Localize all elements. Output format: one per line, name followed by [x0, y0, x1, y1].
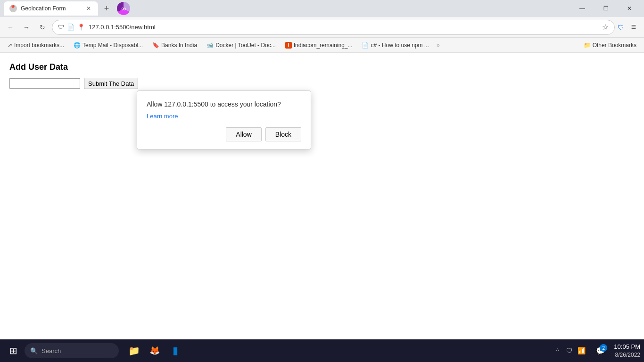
notification-badge: 2: [600, 344, 607, 352]
network-tray-icon[interactable]: 📶: [576, 345, 587, 356]
tray-expand-icon[interactable]: ^: [554, 346, 561, 356]
bookmark-star-icon[interactable]: ☆: [602, 23, 609, 32]
bookmark-indiacom-label: Indiacom_remaining_...: [294, 42, 353, 49]
shield-button[interactable]: 🛡: [618, 24, 624, 31]
bookmark-indiacom-icon: I: [285, 42, 292, 49]
address-bar-icons: 🛡 📄 📍: [58, 24, 85, 31]
bookmarks-overflow-icon[interactable]: »: [435, 42, 442, 49]
taskbar: ⊞ 🔍 Search 📁 🦊 ▮ ^ 🛡 📶 💬 2 10:05 PM 8/26…: [0, 339, 644, 362]
bookmark-banks[interactable]: 🔖 Banks In India: [149, 41, 201, 49]
bookmark-banks-label: Banks In India: [161, 42, 197, 49]
navigation-bar: ← → ↻ 🛡 📄 📍 127.0.0.1:5500/new.html ☆ 🛡 …: [0, 17, 644, 38]
menu-button[interactable]: ≡: [627, 21, 640, 34]
clock-date: 8/26/2022: [614, 351, 640, 359]
geo-popup-title: Allow 127.0.0.1:5500 to access your loca…: [147, 100, 301, 108]
bookmark-csharp-label: c# - How to use npm ...: [371, 42, 429, 49]
back-button[interactable]: ←: [4, 21, 17, 34]
geolocation-popup: Allow 127.0.0.1:5500 to access your loca…: [137, 90, 311, 149]
title-bar: 📍 Geolocation Form ✕ + — ❐ ✕: [0, 0, 644, 17]
taskbar-apps: 📁 🦊 ▮: [124, 341, 185, 360]
browser-tab[interactable]: 📍 Geolocation Form ✕: [4, 1, 98, 16]
refresh-button[interactable]: ↻: [36, 21, 49, 34]
close-button[interactable]: ✕: [619, 0, 640, 17]
taskbar-clock[interactable]: 10:05 PM 8/26/2022: [614, 343, 640, 359]
page-title: Add User Data: [9, 62, 635, 72]
page-content: Add User Data Submit The Data Allow 127.…: [0, 53, 644, 362]
bookmarks-bar: ↗ Import bookmarks... 🌐 Temp Mail - Disp…: [0, 38, 644, 53]
taskbar-search[interactable]: 🔍 Search: [25, 343, 119, 358]
antivirus-tray-icon[interactable]: 🛡: [564, 345, 575, 356]
bookmark-import[interactable]: ↗ Import bookmarks...: [4, 41, 68, 49]
search-icon: 🔍: [30, 347, 38, 354]
bookmark-tempmail-icon: 🌐: [74, 42, 81, 49]
new-tab-button[interactable]: +: [100, 2, 113, 15]
minimize-button[interactable]: —: [571, 0, 593, 17]
tab-favicon: 📍: [9, 5, 17, 12]
bookmark-docker[interactable]: 🐋 Docker | ToolJet - Doc...: [203, 41, 280, 49]
tab-close-button[interactable]: ✕: [85, 5, 92, 12]
form-row: Submit The Data: [9, 78, 635, 89]
bookmark-other[interactable]: 📁 Other Bookmarks: [580, 41, 640, 49]
taskbar-tray: ^ 🛡 📶 💬 2 10:05 PM 8/26/2022: [554, 341, 640, 360]
window-controls: — ❐ ✕: [571, 0, 640, 17]
submit-button[interactable]: Submit The Data: [84, 78, 138, 89]
taskbar-app-vscode[interactable]: ▮: [166, 341, 185, 360]
profile-icon[interactable]: [117, 2, 130, 15]
browser-window: 📍 Geolocation Form ✕ + — ❐ ✕ ← → ↻ 🛡 📄 📍…: [0, 0, 644, 362]
clock-time: 10:05 PM: [614, 343, 640, 351]
tray-icons: 🛡 📶: [564, 345, 587, 356]
notification-center-button[interactable]: 💬 2: [591, 341, 610, 360]
bookmark-csharp[interactable]: 📄 c# - How to use npm ...: [358, 41, 432, 49]
bookmark-csharp-icon: 📄: [362, 42, 369, 49]
bookmark-tempmail[interactable]: 🌐 Temp Mail - Disposabl...: [70, 41, 147, 49]
maximize-button[interactable]: ❐: [595, 0, 617, 17]
bookmark-docker-label: Docker | ToolJet - Doc...: [215, 42, 276, 49]
page-icon: 📄: [67, 24, 74, 31]
location-icon: 📍: [77, 24, 85, 31]
bookmark-import-label: Import bookmarks...: [14, 42, 64, 49]
tab-title: Geolocation Form: [21, 5, 66, 12]
bookmark-indiacom[interactable]: I Indiacom_remaining_...: [281, 41, 356, 49]
taskbar-app-firefox[interactable]: 🦊: [145, 341, 164, 360]
bookmark-banks-icon: 🔖: [152, 42, 159, 49]
bookmark-docker-icon: 🐋: [206, 42, 214, 49]
url-text: 127.0.0.1:5500/new.html: [89, 24, 598, 31]
bookmark-other-icon: 📁: [584, 42, 591, 49]
bookmark-tempmail-label: Temp Mail - Disposabl...: [83, 42, 143, 49]
shield-icon: 🛡: [58, 24, 64, 31]
learn-more-link[interactable]: Learn more: [147, 113, 301, 120]
block-button[interactable]: Block: [265, 127, 301, 141]
address-bar[interactable]: 🛡 📄 📍 127.0.0.1:5500/new.html ☆: [52, 20, 615, 35]
bookmark-import-icon: ↗: [8, 42, 12, 49]
start-button[interactable]: ⊞: [4, 341, 23, 360]
allow-button[interactable]: Allow: [226, 127, 261, 141]
geo-popup-buttons: Allow Block: [147, 127, 301, 141]
user-data-input[interactable]: [9, 78, 80, 89]
bookmark-other-label: Other Bookmarks: [593, 42, 636, 49]
taskbar-app-explorer[interactable]: 📁: [124, 341, 143, 360]
forward-button[interactable]: →: [20, 21, 33, 34]
search-placeholder: Search: [41, 347, 61, 354]
